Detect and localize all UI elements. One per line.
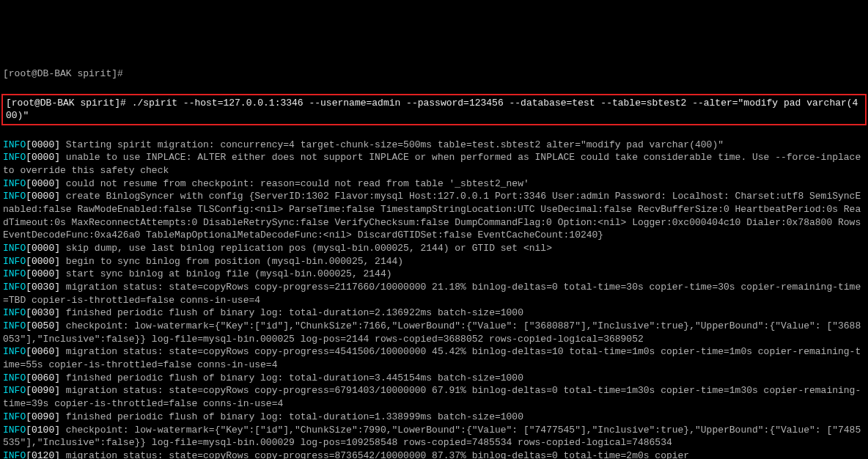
log-level: INFO xyxy=(3,425,26,436)
log-message: checkpoint: low-watermark={"Key":["id"],… xyxy=(3,425,861,449)
log-line: INFO[0100] checkpoint: low-watermark={"K… xyxy=(3,424,865,449)
log-time: [0050] xyxy=(26,320,60,331)
log-time: [0090] xyxy=(26,385,60,396)
log-level: INFO xyxy=(3,282,26,293)
log-message: checkpoint: low-watermark={"Key":["id"],… xyxy=(3,320,861,345)
log-time: [0030] xyxy=(26,307,60,318)
log-level: INFO xyxy=(3,268,26,279)
log-time: [0030] xyxy=(26,282,60,293)
log-time: [0000] xyxy=(26,178,60,189)
log-time: [0120] xyxy=(26,450,60,459)
log-time: [0100] xyxy=(26,425,60,436)
log-level: INFO xyxy=(3,320,26,331)
log-message: finished periodic flush of binary log: t… xyxy=(60,307,523,318)
log-time: [0000] xyxy=(26,243,60,254)
log-line: INFO[0000] Starting spirit migration: co… xyxy=(3,139,865,152)
log-level: INFO xyxy=(3,256,26,267)
log-line: INFO[0060] migration status: state=copyR… xyxy=(3,345,865,371)
log-line: INFO[0090] migration status: state=copyR… xyxy=(3,384,865,410)
log-message: create BinlogSyncer with config {ServerI… xyxy=(3,191,861,240)
log-message: migration status: state=copyRows copy-pr… xyxy=(3,346,861,370)
log-lines: INFO[0000] Starting spirit migration: co… xyxy=(3,139,865,459)
log-line: INFO[0060] finished periodic flush of bi… xyxy=(3,372,865,385)
log-message: could not resume from checkpoint: reason… xyxy=(60,178,529,189)
log-message: Starting spirit migration: concurrency=4… xyxy=(60,139,724,150)
log-level: INFO xyxy=(3,411,26,422)
log-message: migration status: state=copyRows copy-pr… xyxy=(3,385,861,409)
log-line: INFO[0000] skip dump, use last binlog re… xyxy=(3,242,865,255)
log-line: INFO[0000] could not resume from checkpo… xyxy=(3,177,865,191)
command-highlight: [root@DB-BAK spirit]# ./spirit --host=12… xyxy=(1,94,867,125)
log-line: INFO[0000] begin to sync binlog from pos… xyxy=(3,255,865,268)
log-time: [0000] xyxy=(26,256,60,267)
log-message: begin to sync binlog from position (mysq… xyxy=(60,256,403,267)
log-line: INFO[0000] start sync binlog at binlog f… xyxy=(3,268,865,281)
log-time: [0000] xyxy=(26,152,60,163)
log-message: unable to use INPLACE: ALTER either does… xyxy=(3,152,867,176)
log-time: [0000] xyxy=(26,139,60,150)
log-time: [0000] xyxy=(26,268,60,279)
log-level: INFO xyxy=(3,191,26,202)
log-level: INFO xyxy=(3,372,26,383)
log-message: skip dump, use last binlog replication p… xyxy=(60,243,552,254)
log-level: INFO xyxy=(3,178,26,189)
log-time: [0060] xyxy=(26,346,60,357)
log-time: [0060] xyxy=(26,372,60,383)
log-message: migration status: state=copyRows copy-pr… xyxy=(60,450,689,459)
log-line: INFO[0120] migration status: state=copyR… xyxy=(3,449,865,459)
log-line: INFO[0030] finished periodic flush of bi… xyxy=(3,306,865,320)
prompt-line: [root@DB-BAK spirit]# xyxy=(3,67,865,81)
log-level: INFO xyxy=(3,243,26,254)
log-level: INFO xyxy=(3,139,26,150)
log-level: INFO xyxy=(3,450,26,459)
log-line: INFO[0000] create BinlogSyncer with conf… xyxy=(3,190,865,242)
log-line: INFO[0000] unable to use INPLACE: ALTER … xyxy=(3,151,865,177)
command-text: [root@DB-BAK spirit]# ./spirit --host=12… xyxy=(6,98,858,122)
log-line: INFO[0090] finished periodic flush of bi… xyxy=(3,411,865,424)
log-message: migration status: state=copyRows copy-pr… xyxy=(3,282,861,306)
log-message: finished periodic flush of binary log: t… xyxy=(60,411,523,422)
terminal-output[interactable]: [root@DB-BAK spirit]# [root@DB-BAK spiri… xyxy=(3,55,865,459)
log-level: INFO xyxy=(3,152,26,163)
log-level: INFO xyxy=(3,385,26,396)
log-line: INFO[0050] checkpoint: low-watermark={"K… xyxy=(3,320,865,345)
log-message: finished periodic flush of binary log: t… xyxy=(60,372,523,383)
log-line: INFO[0030] migration status: state=copyR… xyxy=(3,281,865,306)
log-level: INFO xyxy=(3,346,26,357)
log-time: [0000] xyxy=(26,191,60,202)
log-level: INFO xyxy=(3,307,26,318)
log-time: [0090] xyxy=(26,411,60,422)
log-message: start sync binlog at binlog file (mysql-… xyxy=(60,268,391,279)
